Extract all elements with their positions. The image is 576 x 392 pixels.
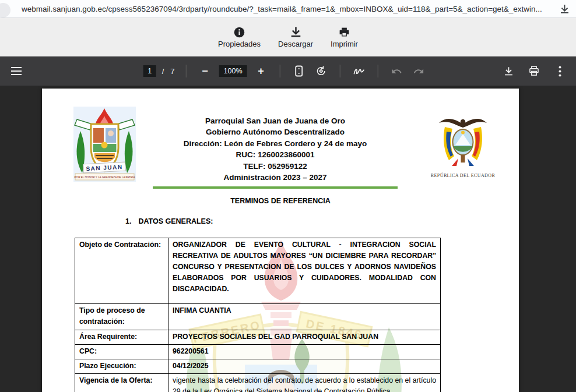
menu-icon[interactable] [8, 63, 24, 79]
pdf-page: SAN JUAN POR EL HONOR Y LA GRANDEZA DE L… [42, 89, 519, 392]
toolbar-divider [280, 65, 280, 77]
download-icon [290, 26, 302, 38]
pdf-viewport[interactable]: SAN JUAN POR EL HONOR Y LA GRANDEZA DE L… [0, 86, 576, 392]
properties-button[interactable]: Propiedades [216, 25, 263, 50]
row-value: ORGANIZADOR DE EVENTO CULTURAL - INTEGRA… [168, 238, 441, 304]
page-separator: / [162, 67, 165, 76]
page-total: 7 [170, 67, 175, 76]
undo-icon[interactable] [389, 63, 405, 79]
header-line: Administración 2023 – 2027 [153, 172, 398, 183]
section-number: 1. [125, 217, 131, 225]
san-juan-motto-text: POR EL HONOR Y LA GRANDEZA DE LA PATRIA [75, 176, 136, 179]
download-icon[interactable] [500, 63, 517, 79]
header-line: TELF: 052959122 [153, 161, 398, 172]
table-row: Tipo de proceso de contratación: INFIMA … [75, 304, 441, 330]
toolbar-divider [340, 65, 340, 77]
row-value: vigente hasta la celebración del contrat… [168, 374, 441, 392]
ecuador-coat-of-arms: REPÚBLICA DEL ECUADOR [427, 114, 499, 178]
table-row: Plazo Ejecución: 04/12/2025 [75, 359, 441, 374]
download-icon[interactable] [559, 3, 570, 15]
info-icon [233, 26, 245, 38]
kebab-menu-icon[interactable] [552, 63, 568, 79]
table-row: Vigencia de la Oferta: vigente hasta la … [75, 374, 441, 392]
printer-icon[interactable] [526, 63, 542, 79]
row-label: Tipo de proceso de contratación: [75, 304, 168, 330]
toolbar-divider [378, 65, 378, 77]
header-line: Gobierno Autónomo Descentralizado [153, 126, 398, 137]
table-row: CPC: 962200561 [75, 345, 441, 359]
rotate-icon[interactable] [313, 63, 329, 79]
fit-page-icon[interactable] [291, 63, 307, 79]
header-line: RUC: 1260023860001 [153, 149, 398, 160]
row-label: Área Requirente: [75, 330, 168, 345]
redo-icon[interactable] [411, 63, 427, 79]
browser-address-bar: webmail.sanjuan.gob.ec/cpsess5652367094/… [0, 0, 576, 18]
properties-label: Propiedades [218, 40, 261, 48]
row-value: INFIMA CUANTIA [168, 304, 441, 330]
table-row: Área Requirente: PROYECTOS SOCIALES DEL … [75, 330, 441, 345]
zoom-in-button[interactable]: + [253, 63, 269, 79]
descargar-button[interactable]: Descargar [276, 25, 315, 50]
datos-generales-table: Objeto de Contratación: ORGANIZADOR DE E… [75, 238, 441, 392]
header-line: Parroquial San Juan de Juana de Oro [153, 115, 398, 126]
row-value: PROYECTOS SOCIALES DEL GAD PARROQUIAL SA… [168, 330, 441, 345]
document-title: TERMINOS DE REFERENCIA [42, 197, 519, 205]
pdf-toolbar: 1 / 7 − 100% + [0, 56, 576, 86]
row-label: Vigencia de la Oferta: [75, 374, 168, 392]
mail-attachment-toolbar: Propiedades Descargar Imprimir [0, 18, 576, 56]
zoom-out-button[interactable]: − [197, 63, 213, 79]
printer-icon [338, 26, 350, 38]
row-label: Objeto de Contratación: [75, 238, 168, 304]
section-heading: 1.DATOS GENERALES: [125, 217, 213, 225]
toolbar-divider [186, 65, 187, 77]
document-header: Parroquial San Juan de Juana de Oro Gobi… [153, 115, 398, 183]
site-info-icon[interactable] [0, 3, 10, 17]
section-title: DATOS GENERALES: [138, 217, 213, 225]
ecuador-caption: REPÚBLICA DEL ECUADOR [427, 173, 499, 178]
descargar-label: Descargar [278, 40, 313, 48]
row-value: 04/12/2025 [168, 359, 441, 374]
zoom-level-input[interactable]: 100% [219, 65, 247, 77]
row-label: Plazo Ejecución: [75, 359, 168, 374]
page-number-input[interactable]: 1 [143, 65, 156, 77]
header-line: Dirección: León de Febres Cordero y 24 d… [153, 138, 398, 149]
san-juan-coat-of-arms: SAN JUAN POR EL HONOR Y LA GRANDEZA DE L… [73, 107, 136, 182]
imprimir-button[interactable]: Imprimir [328, 25, 360, 50]
imprimir-label: Imprimir [331, 40, 358, 48]
url-text[interactable]: webmail.sanjuan.gob.ec/cpsess5652367094/… [22, 5, 542, 13]
annotate-icon[interactable] [351, 63, 367, 79]
header-accent-rule [153, 186, 398, 189]
table-row: Objeto de Contratación: ORGANIZADOR DE E… [75, 238, 441, 304]
row-label: CPC: [75, 345, 168, 359]
row-value: 962200561 [168, 345, 441, 359]
